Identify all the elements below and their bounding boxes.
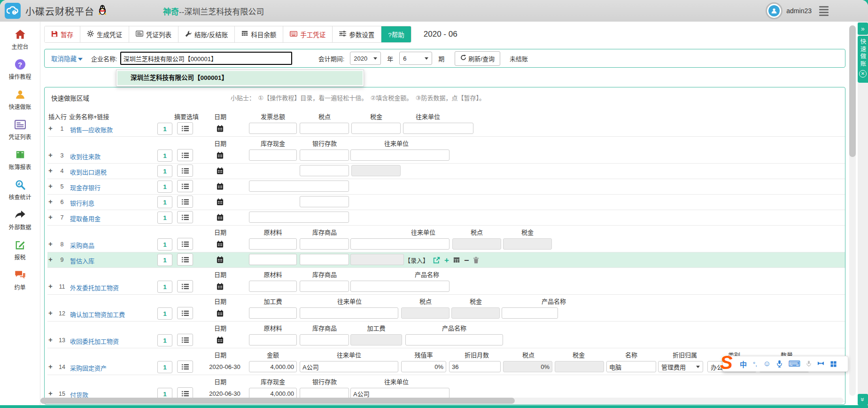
- insert-row-icon[interactable]: +: [48, 282, 53, 290]
- business-link[interactable]: 提取备用金: [70, 214, 101, 223]
- calendar-icon[interactable]: [217, 241, 224, 250]
- insert-row-icon[interactable]: +: [48, 309, 53, 317]
- calendar-icon[interactable]: [217, 183, 224, 192]
- business-link[interactable]: 销售—应收账款: [70, 125, 113, 134]
- closing-button[interactable]: 结账/反结账: [178, 26, 235, 42]
- insert-row-icon[interactable]: +: [48, 363, 53, 370]
- quantity-input[interactable]: [157, 307, 172, 320]
- cell-input[interactable]: [300, 334, 349, 345]
- quantity-input[interactable]: [157, 361, 172, 373]
- cell-input[interactable]: [403, 123, 473, 134]
- insert-row-icon[interactable]: +: [48, 182, 53, 190]
- calendar-icon[interactable]: [217, 337, 224, 345]
- cell-input[interactable]: [249, 123, 297, 134]
- insert-row-icon[interactable]: +: [48, 125, 53, 132]
- calendar-icon[interactable]: [217, 125, 224, 134]
- cell-input[interactable]: [249, 254, 297, 265]
- sidebar-item-appointments[interactable]: 约单: [0, 269, 40, 291]
- trash-icon[interactable]: [473, 257, 479, 264]
- calendar-icon[interactable]: [217, 310, 224, 319]
- toolbox-grid-icon[interactable]: [830, 361, 837, 367]
- quantity-input[interactable]: [157, 196, 172, 208]
- generate-voucher-button[interactable]: 生成凭证: [80, 26, 129, 42]
- quantity-input[interactable]: [157, 149, 172, 162]
- quantity-input[interactable]: [157, 123, 172, 135]
- ime-mode-toggle[interactable]: 中: [740, 359, 747, 369]
- quantity-input[interactable]: [157, 254, 172, 266]
- sidebar-item-ledger-reports[interactable]: 账簿报表: [0, 149, 40, 171]
- cell-input[interactable]: [300, 281, 349, 292]
- insert-row-icon[interactable]: +: [48, 198, 53, 205]
- business-link[interactable]: 收到往来款: [70, 152, 101, 161]
- insert-row-icon[interactable]: +: [48, 213, 53, 221]
- cell-input[interactable]: [300, 238, 349, 250]
- calendar-icon[interactable]: [217, 198, 224, 207]
- cell-input[interactable]: [606, 361, 656, 372]
- summary-list-button[interactable]: [177, 361, 193, 373]
- horizontal-scrollbar-thumb[interactable]: [40, 398, 515, 404]
- insert-row-icon[interactable]: +: [48, 240, 53, 248]
- insert-row-icon[interactable]: +: [48, 151, 53, 159]
- keyboard-icon[interactable]: ⌨: [788, 359, 800, 369]
- qq-penguin-icon[interactable]: [98, 5, 107, 17]
- entry-label[interactable]: 【录入】: [404, 256, 429, 265]
- cell-input[interactable]: [300, 307, 398, 319]
- insert-row-icon[interactable]: +: [48, 336, 53, 344]
- cell-input[interactable]: [449, 361, 501, 372]
- calendar-icon[interactable]: [217, 283, 224, 292]
- sidebar-item-dashboard[interactable]: 主控台: [0, 28, 40, 50]
- business-link[interactable]: 银行利息: [70, 198, 94, 207]
- cell-input[interactable]: [249, 238, 297, 250]
- summary-list-button[interactable]: [177, 180, 193, 192]
- sidebar-item-quick-accounting[interactable]: 快速做账: [0, 88, 40, 110]
- sidebar-item-tutorial[interactable]: ? 操作教程: [0, 58, 40, 80]
- date-value[interactable]: 2020-06-30: [202, 390, 247, 397]
- summary-list-button[interactable]: [177, 280, 193, 292]
- insert-row-icon[interactable]: +: [48, 390, 53, 397]
- cell-input[interactable]: [405, 334, 503, 345]
- ime-punctuation-toggle[interactable]: °,: [753, 361, 757, 368]
- cell-input[interactable]: [300, 254, 349, 265]
- menu-hamburger-icon[interactable]: [819, 5, 829, 17]
- cell-input[interactable]: [300, 165, 349, 176]
- cell-input[interactable]: [249, 281, 297, 292]
- company-suggest-option[interactable]: 深圳兰芝科技有限公司【000001】: [117, 71, 363, 85]
- cell-input[interactable]: [300, 361, 398, 372]
- help-button[interactable]: ?帮助: [381, 26, 411, 42]
- insert-row-icon[interactable]: +: [48, 167, 53, 174]
- cell-input[interactable]: [300, 196, 349, 207]
- summary-list-button[interactable]: [177, 211, 193, 223]
- summary-list-button[interactable]: [177, 122, 193, 134]
- month-select[interactable]: 6: [399, 52, 432, 65]
- quantity-input[interactable]: [157, 180, 172, 193]
- refresh-query-button[interactable]: 刷新/查询: [455, 51, 500, 66]
- business-link[interactable]: 确认加工物资加工费: [70, 310, 125, 319]
- cell-input[interactable]: [249, 180, 349, 192]
- summary-list-button[interactable]: [177, 307, 193, 319]
- cell-input[interactable]: [249, 212, 349, 223]
- sidebar-item-voucher-list[interactable]: 凭证列表: [0, 118, 40, 141]
- summary-list-button[interactable]: [177, 253, 193, 266]
- cell-input[interactable]: [401, 361, 446, 372]
- quantity-input[interactable]: [157, 212, 172, 224]
- calendar-icon[interactable]: [217, 152, 224, 161]
- cell-input[interactable]: [502, 307, 558, 319]
- calendar-icon[interactable]: [217, 256, 224, 265]
- quantity-input[interactable]: [157, 165, 172, 177]
- skin-bowtie-icon[interactable]: [817, 361, 824, 367]
- company-name-input[interactable]: [120, 52, 292, 65]
- manual-voucher-button[interactable]: 手工凭证: [283, 26, 333, 42]
- calculator-icon[interactable]: [453, 257, 460, 264]
- horizontal-scrollbar[interactable]: [40, 398, 844, 404]
- summary-list-button[interactable]: [177, 149, 193, 161]
- insert-row-icon[interactable]: +: [48, 256, 53, 263]
- cell-input[interactable]: [350, 238, 450, 250]
- quantity-input[interactable]: [157, 281, 172, 293]
- cell-input[interactable]: [350, 149, 450, 161]
- business-link[interactable]: 收到出口退税: [70, 167, 107, 176]
- microphone-icon[interactable]: [777, 360, 782, 368]
- business-link[interactable]: 现金存银行: [70, 183, 101, 192]
- calendar-icon[interactable]: [217, 214, 224, 223]
- cell-input[interactable]: [300, 123, 349, 134]
- save-draft-button[interactable]: 暂存: [45, 26, 80, 42]
